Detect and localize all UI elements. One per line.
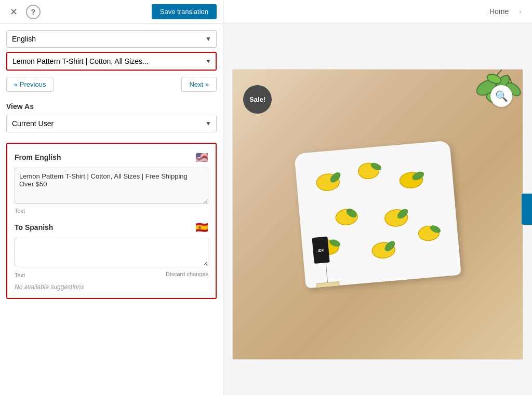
product-image: Sale! 🔍 bbox=[232, 69, 523, 360]
language-select-wrapper: English ▼ bbox=[6, 30, 217, 48]
previous-button[interactable]: « Previous bbox=[6, 77, 54, 92]
view-as-select-wrapper: Current User ▼ bbox=[6, 115, 217, 132]
from-field-type: Text bbox=[15, 208, 208, 214]
post-select-section: Lemon Pattern T-Shirt | Cotton, All Size… bbox=[0, 52, 223, 75]
view-as-label: View As bbox=[6, 102, 217, 111]
translation-section: From English 🇺🇸 Text To Spanish 🇪🇸 Text … bbox=[6, 143, 217, 299]
help-button[interactable]: ? bbox=[26, 5, 41, 19]
view-as-select[interactable]: Current User bbox=[6, 115, 217, 132]
save-translation-button[interactable]: Save translation bbox=[152, 4, 217, 19]
suggestions-text: No available suggestions bbox=[15, 283, 208, 291]
to-field-meta: Text Discard changes bbox=[15, 270, 208, 278]
to-textarea[interactable] bbox=[15, 238, 208, 266]
language-section: English ▼ bbox=[0, 24, 223, 52]
language-select[interactable]: English bbox=[6, 30, 217, 48]
from-textarea[interactable] bbox=[15, 168, 208, 204]
close-button[interactable]: ✕ bbox=[6, 5, 21, 19]
navigation-buttons: « Previous Next » bbox=[0, 75, 223, 98]
post-select[interactable]: Lemon Pattern T-Shirt | Cotton, All Size… bbox=[6, 52, 217, 71]
plant-decoration bbox=[419, 70, 523, 147]
right-content: Sale! 🔍 bbox=[223, 23, 532, 395]
to-header: To Spanish 🇪🇸 bbox=[15, 221, 208, 234]
next-button[interactable]: Next » bbox=[181, 77, 217, 92]
to-field-type: Text bbox=[15, 272, 25, 278]
toolbar: ✕ ? Save translation bbox=[0, 0, 223, 24]
right-header: Home › bbox=[223, 0, 532, 23]
product-container: Sale! 🔍 bbox=[223, 23, 532, 395]
from-header: From English 🇺🇸 bbox=[15, 151, 208, 164]
search-icon[interactable]: 🔍 bbox=[490, 85, 512, 107]
product-background: Sale! 🔍 bbox=[233, 70, 523, 359]
to-title: To Spanish bbox=[15, 223, 53, 231]
breadcrumb-separator: › bbox=[519, 7, 522, 16]
to-flag: 🇪🇸 bbox=[195, 221, 208, 234]
sale-badge: Sale! bbox=[243, 85, 272, 114]
left-panel: ✕ ? Save translation English ▼ Lemon Pat… bbox=[0, 0, 223, 395]
from-flag: 🇺🇸 bbox=[195, 151, 208, 164]
home-link[interactable]: Home bbox=[489, 7, 509, 16]
right-tab[interactable] bbox=[522, 194, 532, 225]
right-panel: Home › bbox=[223, 0, 532, 395]
tshirt-shape: IDX IDX bbox=[294, 140, 461, 288]
post-select-wrapper: Lemon Pattern T-Shirt | Cotton, All Size… bbox=[6, 52, 217, 71]
view-as-section: View As Current User ▼ bbox=[0, 98, 223, 139]
from-title: From English bbox=[15, 153, 61, 161]
discard-changes-link[interactable]: Discard changes bbox=[166, 271, 208, 277]
